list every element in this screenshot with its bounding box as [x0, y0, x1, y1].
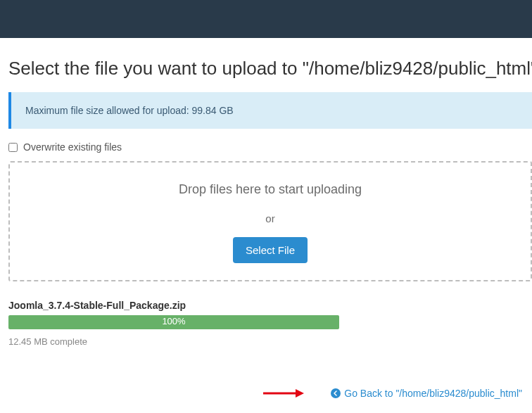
- overwrite-row: Overwrite existing files: [8, 141, 532, 153]
- arrow-annotation-icon: [262, 388, 304, 399]
- progress-bar: 100%: [8, 315, 339, 329]
- top-bar: [0, 0, 532, 38]
- upload-item: Joomla_3.7.4-Stable-Full_Package.zip 100…: [8, 300, 339, 347]
- arrow-left-circle-icon: [331, 388, 341, 398]
- dropzone[interactable]: Drop files here to start uploading or Se…: [8, 161, 532, 281]
- go-back-row: Go Back to "/home/bliz9428/public_html": [8, 386, 532, 399]
- dropzone-or: or: [17, 212, 524, 224]
- page-title: Select the file you want to upload to "/…: [8, 58, 532, 80]
- dropzone-text: Drop files here to start uploading: [17, 182, 524, 197]
- overwrite-checkbox[interactable]: [8, 143, 18, 152]
- select-file-button[interactable]: Select File: [233, 237, 308, 263]
- go-back-label: Go Back to "/home/bliz9428/public_html": [344, 388, 522, 399]
- info-banner: Maximum file size allowed for upload: 99…: [8, 92, 532, 129]
- upload-filename: Joomla_3.7.4-Stable-Full_Package.zip: [8, 300, 339, 311]
- upload-status: 12.45 MB complete: [8, 336, 339, 347]
- go-back-link[interactable]: Go Back to "/home/bliz9428/public_html": [331, 388, 522, 399]
- overwrite-label[interactable]: Overwrite existing files: [23, 141, 122, 153]
- content: Select the file you want to upload to "/…: [0, 58, 532, 399]
- svg-marker-1: [296, 389, 304, 398]
